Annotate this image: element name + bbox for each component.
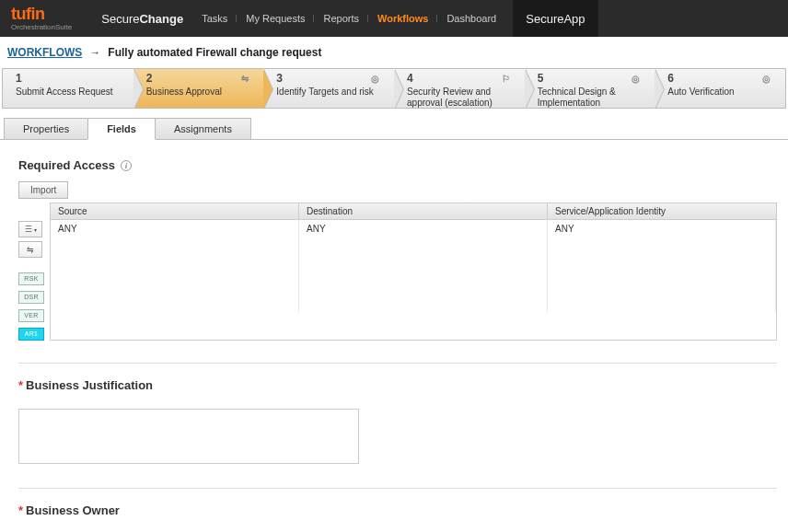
breadcrumb: WORKFLOWS → Fully automated Firewall cha… <box>0 37 788 68</box>
col-service[interactable]: Service/Application Identity <box>548 203 776 219</box>
top-navigation: tufin OrchestrationSuite SecureChange Ta… <box>0 0 788 37</box>
col-destination[interactable]: Destination <box>299 203 548 219</box>
grid-row[interactable]: ANY ANY ANY <box>51 220 776 312</box>
page-title: Fully automated Firewall change request <box>108 46 321 59</box>
step-2[interactable]: 2⇋ Business Approval <box>133 69 264 108</box>
cell-service: ANY <box>548 220 776 312</box>
required-access-title: Required Access i <box>18 158 777 172</box>
nav-dashboard[interactable]: Dashboard <box>437 13 505 24</box>
target-icon: ◎ <box>632 74 640 84</box>
business-justification-title: *Business Justification <box>18 378 777 392</box>
workflow-steps: 1 Submit Access Request 2⇋ Business Appr… <box>2 68 786 109</box>
business-justification-input[interactable] <box>18 409 359 464</box>
access-grid: Source Destination Service/Application I… <box>50 202 777 341</box>
flag-icon: ⚐ <box>502 74 510 84</box>
step-1[interactable]: 1 Submit Access Request <box>3 69 133 108</box>
share-button[interactable]: ⇋ <box>18 241 42 258</box>
import-button[interactable]: Import <box>18 181 68 199</box>
list-menu-button[interactable]: ☰▾ <box>18 221 42 237</box>
nav-items: Tasks My Requests Reports Workflows Dash… <box>192 0 505 37</box>
chip-dsr[interactable]: DSR <box>18 291 44 304</box>
chip-ar1[interactable]: AR1 <box>18 328 44 341</box>
chip-ver[interactable]: VER <box>18 309 44 322</box>
info-icon[interactable]: i <box>121 160 132 171</box>
col-source[interactable]: Source <box>51 203 299 219</box>
app-secureapp[interactable]: SecureApp <box>513 0 597 37</box>
logo-text: tufin <box>11 6 72 22</box>
chip-rsk[interactable]: RSK <box>18 272 44 285</box>
target-icon: ◎ <box>371 74 379 84</box>
tab-content: Required Access i Import ☰▾ ⇋ RSK DSR VE… <box>0 140 788 532</box>
grid-side-tools: ☰▾ ⇋ RSK DSR VER AR1 <box>18 202 50 341</box>
logo: tufin OrchestrationSuite <box>0 6 83 31</box>
share-icon: ⇋ <box>241 74 249 84</box>
grid-header: Source Destination Service/Application I… <box>51 203 776 220</box>
target-icon: ◎ <box>762 74 771 84</box>
primary-nav: SecureChange Tasks My Requests Reports W… <box>92 0 597 37</box>
breadcrumb-root[interactable]: WORKFLOWS <box>7 46 82 59</box>
nav-my-requests[interactable]: My Requests <box>237 13 314 24</box>
tab-assignments[interactable]: Assignments <box>155 118 251 140</box>
step-3[interactable]: 3◎ Identify Targets and risk <box>263 69 394 108</box>
chevron-right-icon: → <box>89 46 100 59</box>
tab-fields[interactable]: Fields <box>87 118 156 140</box>
step-6[interactable]: 6◎ Auto Verification <box>655 69 785 108</box>
cell-destination: ANY <box>299 220 548 312</box>
step-4[interactable]: 4⚐ Security Review and approval (escalat… <box>394 69 525 108</box>
access-grid-area: ☰▾ ⇋ RSK DSR VER AR1 Source Destination … <box>18 202 777 341</box>
divider <box>18 363 777 364</box>
divider <box>18 488 777 489</box>
nav-tasks[interactable]: Tasks <box>192 13 237 24</box>
nav-reports[interactable]: Reports <box>314 13 368 24</box>
app-securechange[interactable]: SecureChange <box>92 0 192 37</box>
cell-source: ANY <box>51 220 299 312</box>
nav-workflows[interactable]: Workflows <box>368 13 437 24</box>
step-5[interactable]: 5◎ Technical Design & Implementation <box>525 69 655 108</box>
logo-subtitle: OrchestrationSuite <box>11 23 72 31</box>
business-owner-title: *Business Owner <box>18 503 777 517</box>
tab-properties[interactable]: Properties <box>4 118 88 140</box>
detail-tabs: Properties Fields Assignments <box>4 118 788 140</box>
